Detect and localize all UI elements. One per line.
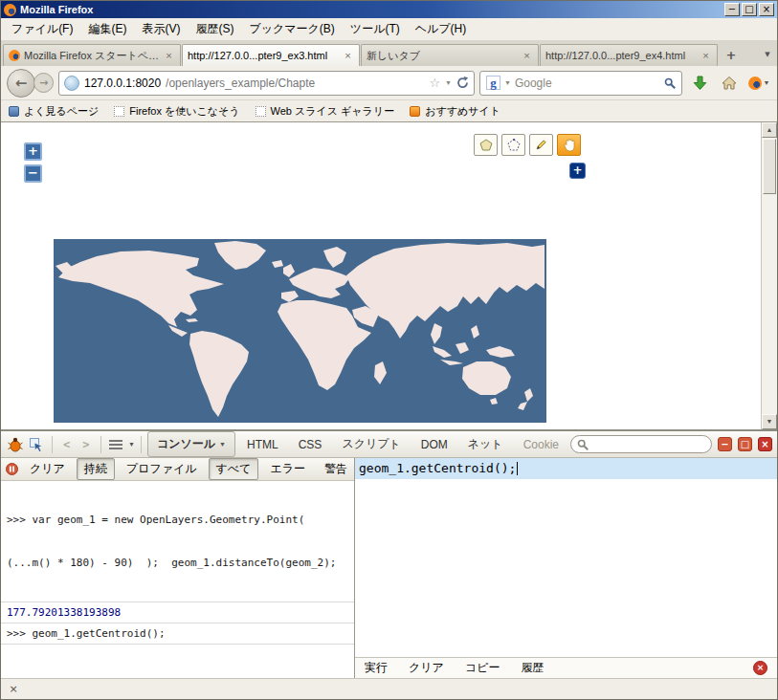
list-all-tabs-icon[interactable]: ▼: [760, 46, 775, 65]
modify-feature-tool-button[interactable]: [529, 134, 553, 156]
tab-close-icon[interactable]: ×: [342, 50, 354, 62]
map-zoom-in-button[interactable]: +: [24, 142, 42, 161]
page-scrollbar[interactable]: ▲ ▼: [761, 122, 777, 429]
menu-view[interactable]: 表示(V): [134, 17, 188, 41]
console-forward-button[interactable]: >: [78, 434, 94, 455]
draw-feature-tool-button[interactable]: [501, 134, 525, 156]
title-bar: Mozilla Firefox − □ ×: [1, 1, 777, 18]
menu-file[interactable]: ファイル(F): [4, 17, 80, 41]
inspect-element-icon[interactable]: [28, 434, 47, 455]
reload-icon[interactable]: [456, 77, 469, 89]
url-dropdown-icon[interactable]: ▼: [445, 79, 452, 86]
firebug-tab-console[interactable]: コンソール ▼: [147, 431, 235, 457]
console-line: >>> var geom_1 = new OpenLayers.Geometry…: [7, 513, 348, 527]
pan-hand-tool-button[interactable]: [557, 134, 581, 156]
bookmark-label: おすすめサイト: [425, 104, 500, 119]
commandline-close-button[interactable]: ×: [753, 661, 767, 675]
firefox-logo-icon[interactable]: [4, 4, 16, 16]
command-current-line[interactable]: geom_1.getCentroid();: [355, 458, 777, 479]
menu-bookmarks[interactable]: ブックマーク(B): [241, 17, 342, 41]
site-identity-globe-icon[interactable]: [64, 76, 79, 91]
map-zoom-out-button[interactable]: −: [24, 164, 42, 183]
menu-edit[interactable]: 編集(E): [80, 17, 134, 41]
google-engine-icon[interactable]: g: [486, 76, 500, 90]
tab-close-icon[interactable]: ×: [700, 50, 712, 62]
url-bar[interactable]: 127.0.0.1:8020 /openlayers_example/Chapt…: [58, 71, 475, 96]
firebug-tab-html[interactable]: HTML: [238, 434, 287, 455]
console-profile-button[interactable]: プロファイル: [119, 458, 205, 480]
addon-bar: ×: [1, 678, 777, 699]
firebug-tab-net[interactable]: ネット: [459, 432, 512, 456]
console-pane: クリア 持続 プロファイル すべて エラー 警告 >>> var geom_1 …: [1, 458, 355, 678]
run-button[interactable]: 実行: [365, 660, 388, 676]
search-bar[interactable]: g ▼: [479, 71, 682, 96]
tab-ex3-active[interactable]: http://127.0.0...pter9_ex3.html ×: [182, 44, 360, 66]
draw-polygon-tool-button[interactable]: [474, 134, 498, 156]
maximize-button[interactable]: □: [742, 3, 757, 16]
menu-help[interactable]: ヘルプ(H): [408, 17, 475, 41]
home-button[interactable]: [717, 71, 742, 96]
firebug-detach-button[interactable]: □: [738, 437, 752, 451]
bookmark-label: よく見るページ: [24, 104, 99, 119]
tab-close-icon[interactable]: ×: [521, 50, 533, 62]
new-tab-button[interactable]: +: [721, 46, 742, 65]
firebug-tab-css[interactable]: CSS: [290, 434, 331, 455]
clear-button[interactable]: クリア: [409, 660, 444, 676]
history-button[interactable]: 履歴: [521, 660, 544, 676]
firebug-tab-cookie[interactable]: Cookie: [515, 434, 567, 455]
url-host: 127.0.0.1:8020: [84, 77, 161, 90]
firebug-bug-icon[interactable]: [6, 434, 25, 455]
bookmark-web-slice-gallery[interactable]: Web スライス ギャラリー: [256, 104, 395, 119]
menu-tools[interactable]: ツール(T): [343, 17, 408, 41]
search-magnifier-icon[interactable]: [664, 77, 676, 89]
tab-close-icon[interactable]: ×: [163, 50, 175, 62]
console-persist-button[interactable]: 持続: [77, 458, 115, 480]
scroll-down-icon[interactable]: ▼: [762, 414, 777, 429]
firebug-panel: < > ▼ コンソール ▼ HTML CSS スクリプト DOM ネット Coo…: [1, 429, 777, 678]
tab-label: 新しいタブ: [367, 49, 517, 63]
chevron-down-icon[interactable]: ▼: [128, 441, 135, 448]
console-back-button[interactable]: <: [58, 434, 75, 455]
separator: [100, 436, 101, 453]
tab-bar: Mozilla Firefox スタートページ × http://127.0.0…: [1, 41, 777, 66]
scrollbar-track[interactable]: [762, 195, 777, 414]
tab-start-page[interactable]: Mozilla Firefox スタートページ ×: [3, 44, 181, 66]
menu-history[interactable]: 履歴(S): [188, 17, 241, 41]
download-button[interactable]: [687, 71, 712, 96]
bookmark-getting-started[interactable]: Firefox を使いこなそう: [114, 104, 239, 119]
firebug-close-button[interactable]: ×: [758, 437, 772, 451]
close-button[interactable]: ×: [759, 3, 774, 16]
filter-errors-button[interactable]: エラー: [262, 458, 313, 480]
forward-button[interactable]: →: [33, 73, 54, 93]
map-editing-toolbar: [474, 134, 581, 156]
tab-ex4[interactable]: http://127.0.0...pter9_ex4.html ×: [540, 44, 718, 66]
filter-warnings-button[interactable]: 警告: [317, 458, 355, 480]
addon-bar-close-button[interactable]: ×: [6, 682, 21, 697]
command-editor[interactable]: geom_1.getCentroid();: [355, 458, 777, 657]
scrollbar-thumb[interactable]: [763, 139, 776, 194]
bookmark-recommended-sites[interactable]: おすすめサイト: [410, 104, 500, 119]
console-clear-button[interactable]: クリア: [22, 458, 73, 480]
search-engine-dropdown-icon[interactable]: ▼: [504, 79, 511, 86]
firebug-tab-script[interactable]: スクリプト: [333, 432, 409, 456]
firebug-search-box[interactable]: [570, 435, 712, 453]
firebug-tab-dom[interactable]: DOM: [412, 434, 456, 455]
firebug-menu-icon[interactable]: [107, 434, 126, 455]
search-input[interactable]: [515, 77, 660, 90]
world-map-image[interactable]: [54, 239, 546, 423]
break-on-all-errors-icon[interactable]: [6, 463, 18, 475]
copy-button[interactable]: コピー: [465, 660, 500, 676]
scroll-up-icon[interactable]: ▲: [762, 122, 777, 138]
tab-new-tab[interactable]: 新しいタブ ×: [361, 44, 539, 66]
bookmark-star-icon[interactable]: ☆: [429, 76, 440, 90]
firefox-favicon-icon: [9, 50, 20, 61]
firebug-search-input[interactable]: [592, 439, 705, 450]
bookmark-label: Web スライス ギャラリー: [271, 104, 395, 119]
filter-all-button[interactable]: すべて: [209, 458, 259, 480]
zoom-to-max-extent-button[interactable]: +: [569, 163, 586, 179]
firefox-menu-button[interactable]: ▼: [746, 71, 771, 96]
minimize-button[interactable]: −: [724, 3, 740, 16]
bookmark-most-visited[interactable]: よく見るページ: [9, 104, 99, 119]
back-button[interactable]: ←: [7, 69, 35, 98]
firebug-minimize-button[interactable]: −: [718, 437, 732, 451]
